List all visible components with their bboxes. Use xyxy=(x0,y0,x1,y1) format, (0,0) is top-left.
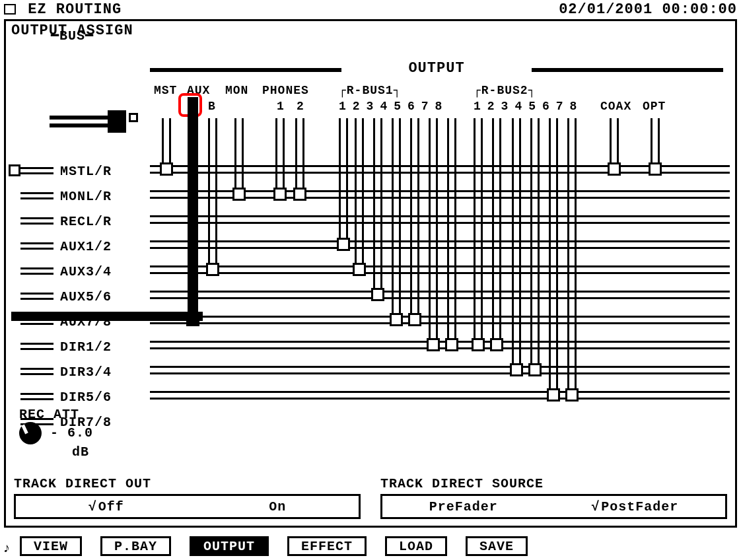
patch-node[interactable] xyxy=(293,188,306,201)
patch-node[interactable] xyxy=(608,162,621,176)
tab-effect[interactable]: EFFECT xyxy=(287,536,367,556)
option-on[interactable]: On xyxy=(269,499,286,514)
patch-node[interactable] xyxy=(232,188,246,201)
routing-matrix[interactable]: OUTPUT MST AUX A B MON PHONES 1 2 ┌R-BUS… xyxy=(11,40,730,410)
track-direct-source: TRACK DIRECT SOURCE PreFader PostFader xyxy=(380,476,727,519)
patch-node-selected[interactable] xyxy=(186,313,199,326)
timestamp: 02/01/2001 00:00:00 xyxy=(559,1,737,18)
bus-row: DIR3/4 xyxy=(11,360,143,385)
patch-node[interactable] xyxy=(390,313,403,326)
bus-row: MONL/R xyxy=(11,184,143,209)
patch-node[interactable] xyxy=(565,388,579,402)
bus-labels: MSTL/R MONL/R RECL/R AUX1/2 AUX3/4 AUX5/… xyxy=(11,159,143,435)
option-postfader[interactable]: PostFader xyxy=(591,499,678,514)
bus-row: MSTL/R xyxy=(11,159,143,184)
patch-node[interactable] xyxy=(273,188,287,201)
track-direct-out-box[interactable]: Off On xyxy=(14,494,361,519)
patch-node[interactable] xyxy=(649,162,662,176)
app-title: EZ ROUTING xyxy=(28,1,122,18)
footer-tabs: VIEW P.BAY OUTPUT EFFECT LOAD SAVE xyxy=(20,536,734,556)
option-prefader[interactable]: PreFader xyxy=(429,499,498,514)
track-direct-out: TRACK DIRECT OUT Off On xyxy=(14,476,361,519)
option-off[interactable]: Off xyxy=(88,499,124,514)
bus-row: RECL/R xyxy=(11,209,143,234)
patch-node[interactable] xyxy=(510,363,523,376)
tab-view[interactable]: VIEW xyxy=(20,536,82,556)
patch-node[interactable] xyxy=(353,263,366,276)
bus-row: AUX1/2 xyxy=(11,234,143,260)
patch-node[interactable] xyxy=(528,363,542,376)
patch-node[interactable] xyxy=(160,162,173,176)
patch-node[interactable] xyxy=(408,313,421,326)
patch-node[interactable] xyxy=(371,288,384,301)
tab-output[interactable]: OUTPUT xyxy=(190,536,269,556)
patch-node[interactable] xyxy=(547,388,560,402)
knob-icon[interactable] xyxy=(19,422,42,444)
patch-node[interactable] xyxy=(427,338,440,351)
tab-save[interactable]: SAVE xyxy=(466,536,528,556)
patch-node[interactable] xyxy=(445,338,458,351)
bus-row: AUX5/6 xyxy=(11,285,143,310)
rec-att-control[interactable]: REC ATT - 6.0 dB xyxy=(19,407,93,460)
bus-header: ━BUS━ xyxy=(51,27,94,44)
patch-node[interactable] xyxy=(490,338,503,351)
main-frame: OUTPUT ASSIGN OUTPUT MST AUX A B MON PHO… xyxy=(4,19,737,528)
patch-node[interactable] xyxy=(206,263,219,276)
patch-node[interactable] xyxy=(337,238,350,251)
patch-node[interactable] xyxy=(472,338,485,351)
bus-row: DIR1/2 xyxy=(11,335,143,360)
routing-icon xyxy=(50,110,129,137)
window-icon xyxy=(4,4,16,15)
bus-row: AUX3/4 xyxy=(11,260,143,285)
tab-pbay[interactable]: P.BAY xyxy=(100,536,171,556)
note-icon: ♪ xyxy=(3,541,11,556)
section-title: OUTPUT ASSIGN xyxy=(6,21,735,40)
tab-load[interactable]: LOAD xyxy=(385,536,447,556)
track-direct-source-box[interactable]: PreFader PostFader xyxy=(380,494,727,519)
